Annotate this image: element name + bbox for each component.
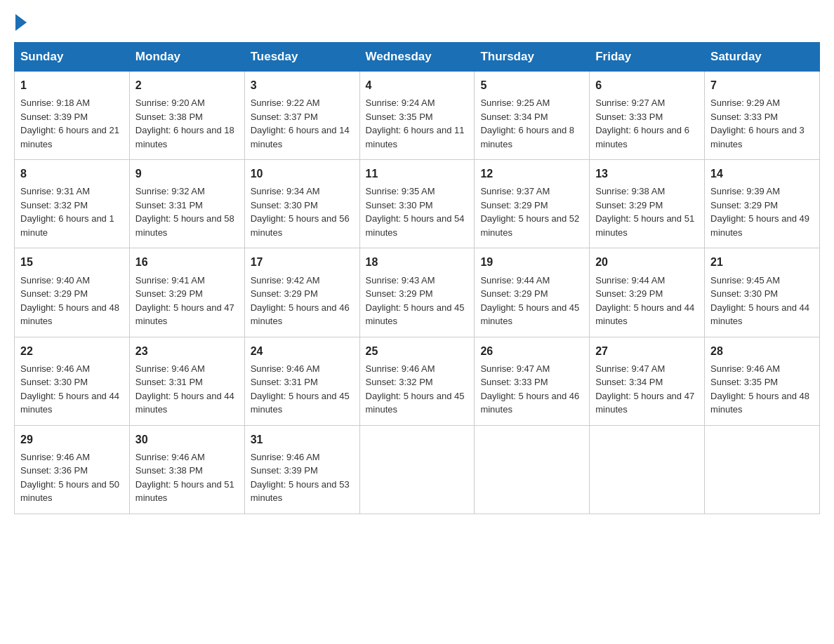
day-number: 2 <box>135 77 239 93</box>
day-info: Sunrise: 9:31 AMSunset: 3:32 PMDaylight:… <box>20 185 124 239</box>
calendar-cell: 25Sunrise: 9:46 AMSunset: 3:32 PMDayligh… <box>359 337 475 425</box>
day-info: Sunrise: 9:34 AMSunset: 3:30 PMDaylight:… <box>251 185 354 239</box>
day-number: 8 <box>20 166 124 182</box>
day-info: Sunrise: 9:46 AMSunset: 3:32 PMDaylight:… <box>366 362 469 417</box>
calendar-cell <box>705 425 820 514</box>
calendar-cell: 3Sunrise: 9:22 AMSunset: 3:37 PMDaylight… <box>244 72 359 160</box>
day-number: 26 <box>480 343 583 359</box>
calendar-cell: 30Sunrise: 9:46 AMSunset: 3:38 PMDayligh… <box>129 425 244 514</box>
calendar-week-row: 15Sunrise: 9:40 AMSunset: 3:29 PMDayligh… <box>15 248 820 337</box>
day-info: Sunrise: 9:35 AMSunset: 3:30 PMDaylight:… <box>366 185 469 239</box>
day-number: 6 <box>595 77 699 93</box>
calendar-cell <box>590 425 705 514</box>
day-info: Sunrise: 9:47 AMSunset: 3:33 PMDaylight:… <box>480 362 583 417</box>
calendar-cell: 7Sunrise: 9:29 AMSunset: 3:33 PMDaylight… <box>705 72 820 160</box>
day-number: 10 <box>251 166 354 182</box>
day-number: 19 <box>480 254 583 270</box>
calendar-cell: 31Sunrise: 9:46 AMSunset: 3:39 PMDayligh… <box>244 425 359 514</box>
weekday-header-tuesday: Tuesday <box>244 43 359 72</box>
day-info: Sunrise: 9:44 AMSunset: 3:29 PMDaylight:… <box>480 274 583 328</box>
day-info: Sunrise: 9:29 AMSunset: 3:33 PMDaylight:… <box>710 96 814 151</box>
day-number: 7 <box>710 77 814 93</box>
day-info: Sunrise: 9:38 AMSunset: 3:29 PMDaylight:… <box>595 185 699 239</box>
day-number: 28 <box>710 343 814 359</box>
day-number: 23 <box>135 343 239 359</box>
page-header <box>14 14 820 31</box>
day-number: 13 <box>595 166 699 182</box>
calendar-cell: 16Sunrise: 9:41 AMSunset: 3:29 PMDayligh… <box>129 248 244 337</box>
weekday-header-wednesday: Wednesday <box>359 43 475 72</box>
day-number: 17 <box>251 254 354 270</box>
day-number: 3 <box>251 77 354 93</box>
calendar-cell: 10Sunrise: 9:34 AMSunset: 3:30 PMDayligh… <box>244 160 359 248</box>
calendar-cell: 17Sunrise: 9:42 AMSunset: 3:29 PMDayligh… <box>244 248 359 337</box>
calendar-cell: 6Sunrise: 9:27 AMSunset: 3:33 PMDaylight… <box>590 72 705 160</box>
day-number: 24 <box>251 343 354 359</box>
logo-arrow-icon <box>15 14 27 31</box>
calendar-cell: 23Sunrise: 9:46 AMSunset: 3:31 PMDayligh… <box>129 337 244 425</box>
day-number: 31 <box>251 431 354 448</box>
calendar-table: SundayMondayTuesdayWednesdayThursdayFrid… <box>14 42 820 514</box>
day-number: 12 <box>480 166 583 182</box>
day-info: Sunrise: 9:32 AMSunset: 3:31 PMDaylight:… <box>135 185 239 239</box>
day-info: Sunrise: 9:46 AMSunset: 3:31 PMDaylight:… <box>135 362 239 417</box>
calendar-cell: 21Sunrise: 9:45 AMSunset: 3:30 PMDayligh… <box>705 248 820 337</box>
calendar-cell: 12Sunrise: 9:37 AMSunset: 3:29 PMDayligh… <box>475 160 590 248</box>
calendar-cell: 13Sunrise: 9:38 AMSunset: 3:29 PMDayligh… <box>590 160 705 248</box>
day-number: 25 <box>366 343 469 359</box>
day-number: 11 <box>366 166 469 182</box>
day-info: Sunrise: 9:41 AMSunset: 3:29 PMDaylight:… <box>135 274 239 328</box>
calendar-cell: 29Sunrise: 9:46 AMSunset: 3:36 PMDayligh… <box>15 425 130 514</box>
calendar-cell: 1Sunrise: 9:18 AMSunset: 3:39 PMDaylight… <box>15 72 130 160</box>
day-info: Sunrise: 9:25 AMSunset: 3:34 PMDaylight:… <box>480 96 583 151</box>
day-number: 14 <box>710 166 814 182</box>
calendar-week-row: 1Sunrise: 9:18 AMSunset: 3:39 PMDaylight… <box>15 72 820 160</box>
day-number: 30 <box>135 431 239 448</box>
calendar-cell: 11Sunrise: 9:35 AMSunset: 3:30 PMDayligh… <box>359 160 475 248</box>
day-number: 15 <box>20 254 124 270</box>
day-number: 29 <box>20 431 124 448</box>
day-info: Sunrise: 9:43 AMSunset: 3:29 PMDaylight:… <box>366 274 469 328</box>
calendar-cell: 2Sunrise: 9:20 AMSunset: 3:38 PMDaylight… <box>129 72 244 160</box>
calendar-cell: 5Sunrise: 9:25 AMSunset: 3:34 PMDaylight… <box>475 72 590 160</box>
day-info: Sunrise: 9:46 AMSunset: 3:39 PMDaylight:… <box>251 450 354 505</box>
calendar-cell: 20Sunrise: 9:44 AMSunset: 3:29 PMDayligh… <box>590 248 705 337</box>
calendar-cell: 9Sunrise: 9:32 AMSunset: 3:31 PMDaylight… <box>129 160 244 248</box>
day-info: Sunrise: 9:45 AMSunset: 3:30 PMDaylight:… <box>710 274 814 328</box>
calendar-week-row: 22Sunrise: 9:46 AMSunset: 3:30 PMDayligh… <box>15 337 820 425</box>
day-info: Sunrise: 9:37 AMSunset: 3:29 PMDaylight:… <box>480 185 583 239</box>
day-info: Sunrise: 9:46 AMSunset: 3:31 PMDaylight:… <box>251 362 354 417</box>
calendar-cell: 27Sunrise: 9:47 AMSunset: 3:34 PMDayligh… <box>590 337 705 425</box>
day-info: Sunrise: 9:46 AMSunset: 3:30 PMDaylight:… <box>20 362 124 417</box>
day-number: 4 <box>366 77 469 93</box>
day-number: 20 <box>595 254 699 270</box>
day-info: Sunrise: 9:42 AMSunset: 3:29 PMDaylight:… <box>251 274 354 328</box>
day-info: Sunrise: 9:39 AMSunset: 3:29 PMDaylight:… <box>710 185 814 239</box>
day-number: 22 <box>20 343 124 359</box>
day-number: 9 <box>135 166 239 182</box>
calendar-cell <box>359 425 475 514</box>
calendar-cell: 24Sunrise: 9:46 AMSunset: 3:31 PMDayligh… <box>244 337 359 425</box>
day-info: Sunrise: 9:27 AMSunset: 3:33 PMDaylight:… <box>595 96 699 151</box>
weekday-header-friday: Friday <box>590 43 705 72</box>
day-info: Sunrise: 9:46 AMSunset: 3:36 PMDaylight:… <box>20 450 124 505</box>
day-info: Sunrise: 9:44 AMSunset: 3:29 PMDaylight:… <box>595 274 699 328</box>
weekday-header-saturday: Saturday <box>705 43 820 72</box>
calendar-week-row: 8Sunrise: 9:31 AMSunset: 3:32 PMDaylight… <box>15 160 820 248</box>
day-info: Sunrise: 9:46 AMSunset: 3:38 PMDaylight:… <box>135 450 239 505</box>
day-number: 18 <box>366 254 469 270</box>
calendar-cell: 4Sunrise: 9:24 AMSunset: 3:35 PMDaylight… <box>359 72 475 160</box>
day-info: Sunrise: 9:46 AMSunset: 3:35 PMDaylight:… <box>710 362 814 417</box>
day-number: 1 <box>20 77 124 93</box>
day-info: Sunrise: 9:24 AMSunset: 3:35 PMDaylight:… <box>366 96 469 151</box>
calendar-cell <box>475 425 590 514</box>
calendar-cell: 19Sunrise: 9:44 AMSunset: 3:29 PMDayligh… <box>475 248 590 337</box>
day-info: Sunrise: 9:40 AMSunset: 3:29 PMDaylight:… <box>20 274 124 328</box>
day-number: 16 <box>135 254 239 270</box>
calendar-cell: 26Sunrise: 9:47 AMSunset: 3:33 PMDayligh… <box>475 337 590 425</box>
calendar-week-row: 29Sunrise: 9:46 AMSunset: 3:36 PMDayligh… <box>15 425 820 514</box>
day-number: 21 <box>710 254 814 270</box>
day-info: Sunrise: 9:47 AMSunset: 3:34 PMDaylight:… <box>595 362 699 417</box>
logo <box>14 14 28 31</box>
calendar-cell: 15Sunrise: 9:40 AMSunset: 3:29 PMDayligh… <box>15 248 130 337</box>
